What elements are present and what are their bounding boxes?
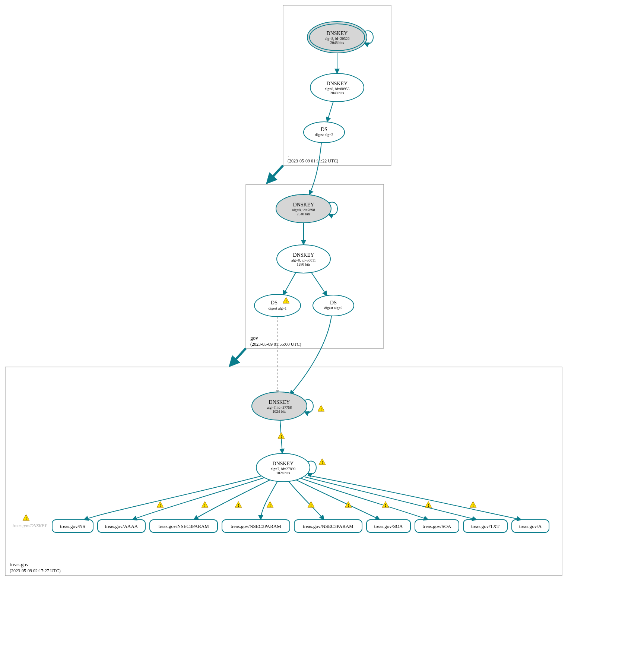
svg-text:alg=7, id=37758: alg=7, id=37758 [267, 405, 292, 409]
edge-gov-zsk-to-ds1 [283, 272, 296, 295]
svg-text:DNSKEY: DNSKEY [327, 81, 348, 86]
edges-zsk-to-rrsets [84, 475, 521, 520]
node-gov-zsk: DNSKEY alg=8, id=50011 1280 bits [277, 245, 330, 273]
svg-text:!: ! [280, 434, 282, 439]
edge-deleg-gov-to-treas [230, 348, 246, 365]
svg-text:!: ! [310, 503, 312, 507]
warning-icon: ! [319, 459, 326, 465]
svg-text:DNSKEY: DNSKEY [293, 202, 314, 208]
svg-text:treas.gov/AAAA: treas.gov/AAAA [105, 523, 138, 529]
warning-icon: ! [470, 501, 476, 507]
svg-text:!: ! [25, 516, 27, 520]
svg-text:alg=8, id=20326: alg=8, id=20326 [325, 37, 349, 41]
svg-text:alg=8, id=7698: alg=8, id=7698 [292, 208, 315, 212]
zone-root-timestamp: (2023-05-09 01:11:22 UTC) [288, 158, 338, 164]
zone-gov-label: gov [250, 335, 258, 341]
svg-text:DS: DS [330, 300, 337, 305]
node-root-ds: DS digest alg=2 [304, 122, 345, 143]
rrset-node: treas.gov/NSEC3PARAM [222, 520, 290, 532]
svg-text:1024 bits: 1024 bits [276, 471, 290, 475]
svg-point-10 [304, 122, 345, 143]
rrset-row: treas.gov/NS treas.gov/AAAA treas.gov/NS… [52, 520, 549, 532]
node-gov-ds1: DS digest alg=1 [254, 294, 301, 317]
edge-gov-ds2-to-treas-ksk [290, 316, 331, 395]
svg-text:!: ! [320, 407, 322, 411]
node-gov-ksk: DNSKEY alg=8, id=7698 2048 bits [276, 194, 331, 223]
warning-icon: ! [202, 501, 208, 507]
node-root-zsk: DNSKEY alg=8, id=60955 2048 bits [310, 73, 364, 102]
svg-text:2048 bits: 2048 bits [330, 41, 344, 45]
svg-text:1280 bits: 1280 bits [297, 262, 311, 266]
zone-treas-label: treas.gov [10, 562, 29, 567]
svg-text:treas.gov/TXT: treas.gov/TXT [471, 523, 499, 529]
svg-text:!: ! [159, 503, 161, 507]
warning-icon: ! [278, 433, 285, 439]
warning-icon: ! [267, 501, 273, 507]
svg-text:treas.gov/NSEC3PARAM: treas.gov/NSEC3PARAM [231, 523, 281, 529]
rrset-node: treas.gov/SOA [415, 520, 459, 532]
svg-text:!: ! [385, 503, 386, 507]
rrset-node: treas.gov/NSEC3PARAM [294, 520, 362, 532]
rrset-node: treas.gov/SOA [367, 520, 410, 532]
node-root-ksk: DNSKEY alg=8, id=20326 2048 bits [307, 22, 367, 53]
svg-text:DNSKEY: DNSKEY [293, 252, 314, 258]
zone-root: . (2023-05-09 01:11:22 UTC) DNSKEY alg=8… [283, 5, 391, 165]
svg-text:!: ! [238, 503, 239, 507]
rrset-node: treas.gov/AAAA [98, 520, 145, 532]
zone-treas: treas.gov (2023-05-09 02:17:27 UTC) DNSK… [5, 367, 562, 576]
zone-gov-timestamp: (2023-05-09 01:55:00 UTC) [250, 342, 301, 347]
dnssec-graph: . (2023-05-09 01:11:22 UTC) DNSKEY alg=8… [0, 0, 644, 649]
svg-text:alg=7, id=27899: alg=7, id=27899 [271, 467, 295, 471]
svg-text:DNSKEY: DNSKEY [273, 461, 294, 466]
svg-text:alg=8, id=60955: alg=8, id=60955 [325, 87, 349, 91]
svg-text:!: ! [204, 503, 206, 507]
svg-text:DNSKEY: DNSKEY [327, 31, 348, 36]
svg-text:treas.gov/NSEC3PARAM: treas.gov/NSEC3PARAM [158, 523, 209, 529]
warning-icon: ! [318, 405, 324, 411]
edge-warnings: ! ! ! ! ! ! ! ! ! [157, 501, 476, 507]
svg-text:alg=8, id=50011: alg=8, id=50011 [291, 258, 316, 262]
svg-text:treas.gov/DNSKEY: treas.gov/DNSKEY [13, 523, 47, 528]
svg-text:digest alg=1: digest alg=1 [268, 306, 286, 310]
svg-text:treas.gov/NS: treas.gov/NS [60, 523, 85, 529]
svg-text:digest alg=2: digest alg=2 [324, 306, 342, 310]
rrset-node: treas.gov/NS [52, 520, 93, 532]
node-gov-ds2: DS digest alg=2 [313, 295, 354, 316]
rrset-node: treas.gov/TXT [463, 520, 507, 532]
svg-text:!: ! [472, 503, 474, 507]
zone-treas-timestamp: (2023-05-09 02:17:27 UTC) [10, 568, 61, 573]
warning-icon: ! [157, 501, 164, 507]
svg-text:DS: DS [321, 127, 327, 132]
svg-text:DS: DS [271, 300, 277, 305]
node-treas-ksk: DNSKEY alg=7, id=37758 1024 bits [252, 392, 307, 420]
node-treas-dnskey-alias: treas.gov/DNSKEY [13, 523, 47, 528]
svg-text:!: ! [428, 503, 429, 507]
warning-icon: ! [345, 501, 352, 507]
svg-text:2048 bits: 2048 bits [330, 91, 344, 95]
svg-text:!: ! [285, 299, 287, 303]
svg-text:digest alg=2: digest alg=2 [315, 133, 333, 137]
svg-text:!: ! [348, 503, 349, 507]
svg-text:treas.gov/A: treas.gov/A [519, 523, 542, 529]
edge-gov-zsk-to-ds2 [311, 272, 327, 296]
warning-icon: ! [308, 501, 314, 507]
svg-text:1024 bits: 1024 bits [273, 409, 286, 414]
warning-icon: ! [235, 501, 242, 507]
svg-text:DNSKEY: DNSKEY [269, 399, 290, 405]
edge-deleg-root-to-gov [267, 165, 283, 183]
edge-root-ds-to-gov-ksk [309, 143, 321, 195]
svg-text:2048 bits: 2048 bits [297, 212, 311, 216]
zone-root-label: . [288, 152, 289, 158]
warning-icon: ! [382, 501, 389, 507]
svg-point-26 [313, 295, 354, 316]
warning-icon: ! [23, 515, 29, 520]
svg-text:treas.gov/SOA: treas.gov/SOA [423, 523, 452, 529]
edge-root-zsk-to-ds [327, 101, 333, 122]
svg-text:!: ! [269, 503, 271, 507]
rrset-node: treas.gov/NSEC3PARAM [150, 520, 218, 532]
svg-text:treas.gov/NSEC3PARAM: treas.gov/NSEC3PARAM [303, 523, 353, 529]
svg-text:treas.gov/SOA: treas.gov/SOA [374, 523, 403, 529]
rrset-node: treas.gov/A [512, 520, 549, 532]
svg-text:!: ! [321, 460, 323, 465]
warning-icon: ! [425, 501, 432, 507]
